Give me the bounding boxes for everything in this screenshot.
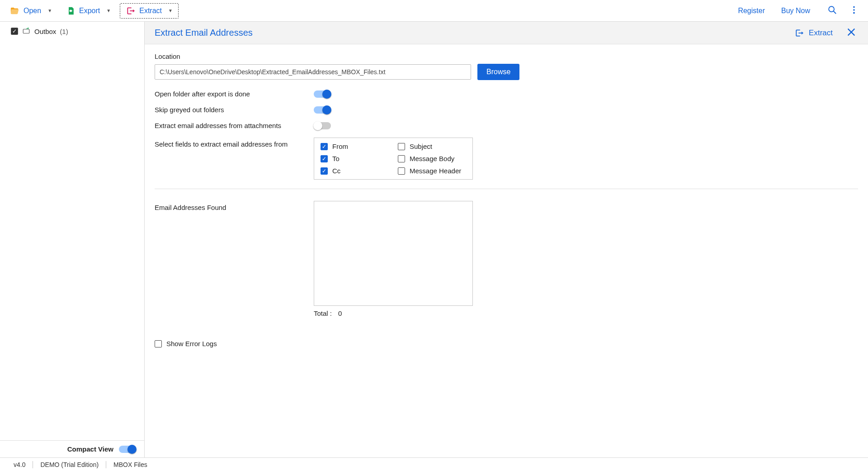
extract-button[interactable]: Extract ▼ (120, 3, 179, 19)
toolbar-right: Register Buy Now (730, 2, 862, 19)
buy-now-link[interactable]: Buy Now (781, 7, 810, 15)
select-fields-label: Select fields to extract email addresses… (155, 138, 314, 148)
caret-down-icon: ▼ (168, 8, 173, 13)
extract-label: Extract (139, 7, 162, 15)
checkbox-to[interactable]: ✓To (321, 155, 389, 162)
total-label: Total : (314, 309, 332, 317)
svg-point-0 (829, 6, 834, 12)
select-fields-row: Select fields to extract email addresses… (155, 138, 858, 180)
found-listbox[interactable] (314, 201, 473, 306)
error-log-row: Show Error Logs (155, 340, 858, 347)
to-label: To (332, 155, 340, 162)
panel-body: Location Browse Open folder after export… (145, 44, 868, 457)
panel-extract-button[interactable]: Extract (794, 29, 833, 38)
attachments-toggle[interactable] (314, 122, 331, 129)
total-value: 0 (338, 309, 342, 317)
separator (155, 189, 858, 189)
main-panel: Extract Email Addresses Extract Location… (145, 22, 868, 457)
status-filetype: MBOX Files (106, 461, 155, 468)
close-icon[interactable] (844, 25, 858, 40)
found-column: Total : 0 (314, 201, 473, 317)
panel-extract-label: Extract (809, 29, 833, 38)
status-edition: DEMO (Trial Edition) (33, 461, 106, 468)
caret-down-icon: ▼ (47, 8, 52, 13)
location-label: Location (155, 52, 858, 60)
checkbox-body[interactable]: Message Body (398, 155, 466, 162)
panel-title: Extract Email Addresses (155, 28, 253, 38)
mailbox-icon (22, 27, 31, 35)
cc-label: Cc (332, 167, 340, 175)
open-button[interactable]: Open ▼ (5, 3, 57, 19)
open-label: Open (24, 7, 41, 15)
checkbox-header[interactable]: Message Header (398, 167, 466, 175)
checkbox-from[interactable]: ✓From (321, 143, 389, 150)
opt-open-folder-row: Open folder after export is done (155, 90, 858, 98)
status-bar: v4.0 DEMO (Trial Edition) MBOX Files (0, 457, 868, 471)
toolbar-left: Open ▼ Export ▼ Extract ▼ (3, 3, 180, 19)
location-input[interactable] (155, 64, 471, 80)
search-icon[interactable] (825, 2, 840, 19)
svg-point-2 (853, 6, 855, 8)
svg-rect-5 (23, 29, 29, 33)
svg-point-4 (853, 12, 855, 14)
more-vertical-icon[interactable] (846, 2, 862, 19)
file-export-icon (66, 6, 75, 16)
from-label: From (332, 143, 348, 150)
status-version: v4.0 (6, 461, 33, 468)
error-logs-label: Show Error Logs (166, 340, 217, 347)
skip-greyed-toggle[interactable] (314, 106, 331, 114)
fields-box: ✓From Subject ✓To Message Body ✓Cc Messa… (314, 138, 473, 180)
compact-view-toggle[interactable] (119, 446, 136, 453)
sidebar-footer: Compact View (0, 440, 144, 457)
register-link[interactable]: Register (738, 7, 765, 15)
checkbox-subject[interactable]: Subject (398, 143, 466, 150)
panel-header: Extract Email Addresses Extract (145, 22, 868, 44)
found-label: Email Addresses Found (155, 201, 314, 211)
export-button[interactable]: Export ▼ (61, 3, 116, 19)
header-label: Message Header (410, 167, 461, 175)
folder-open-icon (10, 6, 20, 16)
extract-icon (126, 6, 136, 15)
body: ✓ Outbox (1) Compact View Extract Email … (0, 22, 868, 457)
open-folder-toggle[interactable] (314, 90, 331, 98)
svg-point-3 (853, 9, 855, 11)
subject-label: Subject (410, 143, 432, 150)
opt-skip-greyed-row: Skip greyed out folders (155, 106, 858, 114)
folder-outbox[interactable]: ✓ Outbox (1) (11, 27, 139, 35)
opt-attachments-label: Extract email addresses from attachments (155, 122, 314, 129)
browse-button[interactable]: Browse (477, 64, 519, 80)
panel-actions: Extract (794, 25, 858, 40)
location-row: Browse (155, 64, 858, 80)
opt-open-folder-label: Open folder after export is done (155, 90, 314, 98)
compact-view-label: Compact View (67, 445, 113, 453)
folder-name: Outbox (34, 28, 56, 35)
folder-tree: ✓ Outbox (1) (0, 22, 144, 35)
checkbox-error-logs[interactable]: Show Error Logs (155, 340, 217, 347)
total-row: Total : 0 (314, 309, 473, 317)
export-label: Export (79, 7, 100, 15)
folder-count: (1) (60, 28, 68, 35)
found-row: Email Addresses Found Total : 0 (155, 201, 858, 317)
opt-attachments-row: Extract email addresses from attachments (155, 122, 858, 129)
body-label: Message Body (410, 155, 454, 162)
opt-skip-greyed-label: Skip greyed out folders (155, 106, 314, 114)
svg-line-1 (834, 11, 836, 14)
caret-down-icon: ▼ (106, 8, 111, 13)
folder-checkbox[interactable]: ✓ (11, 28, 18, 35)
checkbox-cc[interactable]: ✓Cc (321, 167, 389, 175)
sidebar: ✓ Outbox (1) Compact View (0, 22, 145, 457)
extract-action-icon (794, 29, 804, 38)
top-toolbar: Open ▼ Export ▼ Extract ▼ Register Buy N… (0, 0, 868, 22)
